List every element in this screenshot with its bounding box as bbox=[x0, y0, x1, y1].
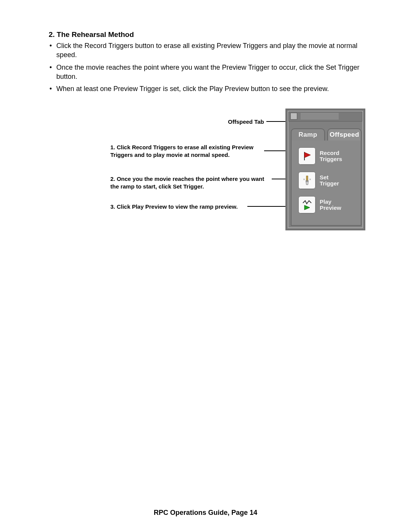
callout-play-preview: 3. Click Play Preview to view the ramp p… bbox=[110, 203, 247, 211]
line-play-icon bbox=[301, 199, 313, 211]
set-trigger-label: SetTrigger bbox=[320, 174, 339, 187]
svg-rect-2 bbox=[306, 176, 308, 181]
diagram-figure: Offspeed Tab 1. Click Record Triggers to… bbox=[110, 109, 365, 234]
software-panel: Ramp Offspeed RecordTriggers bbox=[285, 109, 365, 230]
bullet-list: Click the Record Triggers button to eras… bbox=[49, 41, 369, 93]
tab-offspeed[interactable]: Offspeed bbox=[327, 128, 362, 141]
close-box-icon[interactable] bbox=[290, 113, 297, 120]
play-preview-button[interactable] bbox=[298, 196, 316, 214]
svg-marker-1 bbox=[304, 152, 311, 158]
paintbrush-icon bbox=[301, 175, 313, 186]
callout-set-trigger: 2. Once you the movie reaches the point … bbox=[110, 175, 270, 190]
tab-label: Ramp bbox=[298, 131, 317, 138]
record-triggers-button[interactable] bbox=[298, 147, 316, 165]
callout-offspeed-tab: Offspeed Tab bbox=[228, 118, 264, 126]
section-title: 2. The Rehearsal Method bbox=[49, 30, 369, 39]
window-titlebar bbox=[288, 112, 362, 121]
flag-icon bbox=[301, 150, 313, 162]
bullet-item: Click the Record Triggers button to eras… bbox=[49, 41, 369, 60]
page-footer: RPC Operations Guide, Page 14 bbox=[0, 509, 411, 517]
svg-marker-8 bbox=[304, 205, 310, 210]
titlebar-stripes-icon bbox=[301, 113, 339, 119]
play-preview-label: PlayPreview bbox=[320, 199, 341, 211]
bullet-item: When at least one Preview Trigger is set… bbox=[49, 84, 369, 93]
panel-body: RecordTriggers Set bbox=[291, 141, 362, 226]
tab-ramp[interactable]: Ramp bbox=[291, 128, 325, 141]
callout-record-triggers: 1. Click Record Triggers to erase all ex… bbox=[110, 144, 263, 158]
tab-label: Offspeed bbox=[330, 131, 359, 138]
set-trigger-button[interactable] bbox=[298, 172, 316, 189]
record-triggers-label: RecordTriggers bbox=[320, 150, 342, 163]
bullet-item: Once the movie reaches the point where y… bbox=[49, 63, 369, 81]
